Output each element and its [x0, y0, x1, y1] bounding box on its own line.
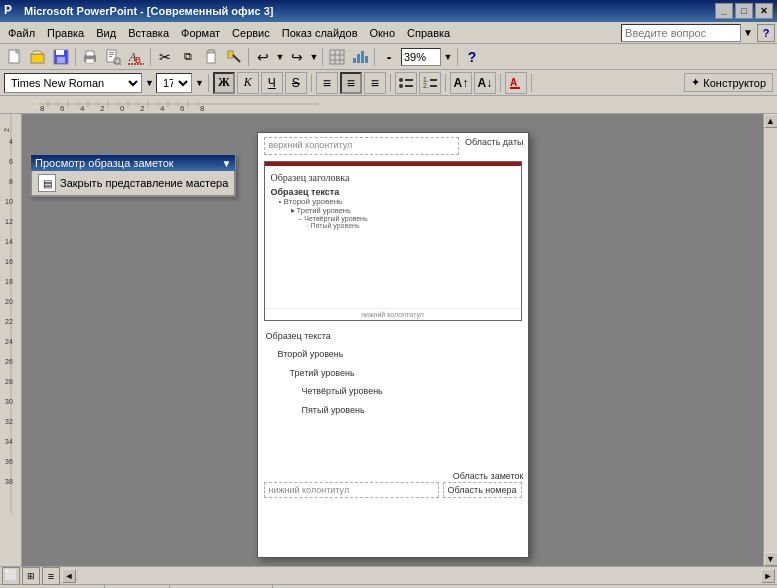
scrollbar-down-button[interactable]: ▼ — [764, 552, 778, 566]
undo-dropdown[interactable]: ▼ — [275, 46, 285, 68]
menu-window[interactable]: Окно — [364, 25, 402, 41]
menu-edit[interactable]: Правка — [41, 25, 90, 41]
font-size-select[interactable]: 17 — [156, 73, 192, 93]
font-select[interactable]: Times New Roman — [4, 73, 142, 93]
view-normal-button[interactable]: ⬜ — [2, 567, 20, 585]
menu-help[interactable]: Справка — [401, 25, 456, 41]
insert-table-button[interactable] — [326, 46, 348, 68]
menu-file[interactable]: Файл — [2, 25, 41, 41]
format-separator-5 — [500, 74, 501, 92]
redo-button[interactable]: ↪ — [286, 46, 308, 68]
svg-text:24: 24 — [5, 338, 13, 345]
minimize-button[interactable]: _ — [715, 3, 733, 19]
svg-text:38: 38 — [5, 478, 13, 485]
svg-rect-38 — [430, 79, 437, 81]
notes-line-3: Пятый уровень — [300, 401, 522, 419]
redo-dropdown[interactable]: ▼ — [309, 46, 319, 68]
format-separator-1 — [208, 74, 209, 92]
toolbar-separator-2 — [150, 48, 151, 66]
print-button[interactable] — [79, 46, 101, 68]
view-slide-sorter-button[interactable]: ⊞ — [22, 567, 40, 585]
undo-button[interactable]: ↩ — [252, 46, 274, 68]
svg-rect-7 — [57, 57, 65, 63]
menu-insert[interactable]: Вставка — [122, 25, 175, 41]
panel-header: Просмотр образца заметок ▼ — [31, 155, 235, 171]
search-dropdown-arrow[interactable]: ▼ — [743, 27, 753, 38]
bullets-button[interactable] — [395, 72, 417, 94]
app-icon: P — [4, 3, 20, 19]
help-button[interactable]: ? — [461, 46, 483, 68]
bottom-nav: ⬜ ⊞ ≡ ◄ ► — [0, 566, 777, 584]
size-dropdown-arrow[interactable]: ▼ — [195, 78, 204, 88]
notes-line-0: Второй уровень — [276, 345, 522, 363]
search-input[interactable] — [621, 24, 741, 42]
svg-marker-4 — [31, 51, 43, 54]
toolbar-separator-3 — [248, 48, 249, 66]
window-title: Microsoft PowerPoint - [Современный офис… — [24, 5, 715, 17]
bullet-1: • Второй уровень — [279, 197, 515, 206]
canvas-area[interactable]: Просмотр образца заметок ▼ ▤ Закрыть пре… — [22, 114, 763, 566]
font-color-button[interactable]: A — [505, 72, 527, 94]
menu-format[interactable]: Формат — [175, 25, 226, 41]
close-button[interactable]: ✕ — [755, 3, 773, 19]
slide-thumb-content: Образец текста • Второй уровень ▸ Третий… — [265, 185, 521, 231]
zoom-dropdown[interactable]: ▼ — [442, 46, 454, 68]
panel-dropdown-arrow[interactable]: ▼ — [221, 158, 231, 169]
notes-area[interactable]: Образец текста Второй уровень Третий уро… — [264, 327, 522, 467]
cut-button[interactable]: ✂ — [154, 46, 176, 68]
numbering-button[interactable]: 1.2. — [419, 72, 441, 94]
bold-button[interactable]: Ж — [213, 72, 235, 94]
svg-rect-40 — [430, 85, 437, 87]
horizontal-scrollbar[interactable]: ◄ ► — [62, 569, 775, 583]
align-right-button[interactable]: ≡ — [364, 72, 386, 94]
scrollbar-up-button[interactable]: ▲ — [764, 114, 778, 128]
save-button[interactable] — [50, 46, 72, 68]
toolbar-separator-4 — [322, 48, 323, 66]
preview-button[interactable] — [102, 46, 124, 68]
format-painter-button[interactable] — [223, 46, 245, 68]
close-master-button[interactable]: ▤ Закрыть представление мастера — [32, 171, 234, 195]
spellcheck-button[interactable]: AB — [125, 46, 147, 68]
menu-view[interactable]: Вид — [90, 25, 122, 41]
svg-rect-32 — [365, 56, 368, 63]
vertical-scrollbar[interactable]: ▲ ▼ — [763, 114, 777, 566]
scrollbar-right-button[interactable]: ► — [761, 569, 775, 583]
increase-font-button[interactable]: A↑ — [450, 72, 472, 94]
svg-text:20: 20 — [5, 298, 13, 305]
maximize-button[interactable]: □ — [735, 3, 753, 19]
new-button[interactable] — [4, 46, 26, 68]
zoom-out-button[interactable]: - — [378, 46, 400, 68]
scrollbar-left-button[interactable]: ◄ — [62, 569, 76, 583]
designer-button[interactable]: ✦ Конструктор — [684, 73, 773, 92]
font-dropdown-arrow[interactable]: ▼ — [145, 78, 154, 88]
format-toolbar: Times New Roman ▼ 17 ▼ Ж К Ч S ≡ ≡ ≡ 1.2… — [0, 70, 777, 96]
slide-thumb-footer: нижний колонтитул — [265, 308, 521, 318]
decrease-font-button[interactable]: A↓ — [474, 72, 496, 94]
svg-text:28: 28 — [5, 378, 13, 385]
copy-button[interactable]: ⧉ — [177, 46, 199, 68]
strikethrough-button[interactable]: S — [285, 72, 307, 94]
menu-tools[interactable]: Сервис — [226, 25, 276, 41]
format-separator-4 — [445, 74, 446, 92]
format-separator-3 — [390, 74, 391, 92]
underline-button[interactable]: Ч — [261, 72, 283, 94]
svg-text:30: 30 — [5, 398, 13, 405]
title-bar: P Microsoft PowerPoint - [Современный оф… — [0, 0, 777, 22]
notes-line-1: Третий уровень — [288, 364, 522, 382]
svg-rect-13 — [109, 54, 114, 55]
svg-text:6: 6 — [180, 104, 185, 112]
svg-text:4: 4 — [80, 104, 85, 112]
menu-slideshow[interactable]: Показ слайдов — [276, 25, 364, 41]
paste-button[interactable] — [200, 46, 222, 68]
insert-chart-button[interactable] — [349, 46, 371, 68]
align-left-button[interactable]: ≡ — [316, 72, 338, 94]
align-center-button[interactable]: ≡ — [340, 72, 362, 94]
svg-rect-29 — [353, 58, 356, 63]
italic-button[interactable]: К — [237, 72, 259, 94]
view-notes-button[interactable]: ≡ — [42, 567, 60, 585]
bullet-0: Образец текста — [271, 187, 515, 197]
help-icon[interactable]: ? — [757, 24, 775, 42]
format-separator-2 — [311, 74, 312, 92]
svg-rect-34 — [405, 79, 413, 81]
open-button[interactable] — [27, 46, 49, 68]
